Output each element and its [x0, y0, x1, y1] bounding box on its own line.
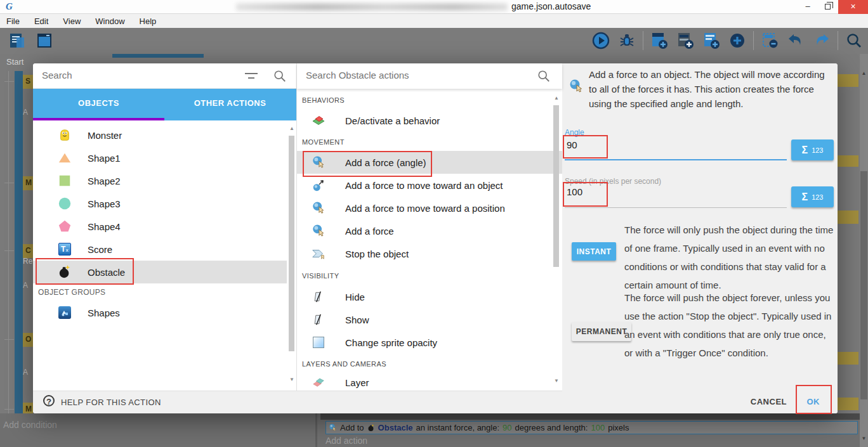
- object-search-input[interactable]: [42, 70, 232, 81]
- gdevelop-logo-icon: G: [6, 1, 13, 12]
- close-button[interactable]: ×: [838, 0, 868, 14]
- event-comment-bar: C: [23, 244, 33, 258]
- scrollbar-thumb[interactable]: [860, 171, 867, 399]
- action-label: Change sprite opacity: [345, 337, 437, 348]
- object-row-monster[interactable]: Monster: [33, 124, 287, 146]
- tab-other-actions[interactable]: OTHER ACTIONS: [164, 89, 296, 120]
- action-label: Add a force to move toward an object: [345, 180, 503, 191]
- group-row-shapes[interactable]: Shapes: [33, 301, 287, 324]
- minimize-button[interactable]: –: [798, 0, 817, 14]
- action-row-force-toward-position[interactable]: Add a force to move toward a position: [297, 197, 573, 219]
- action-row-add-force-angle[interactable]: Add a force (angle): [297, 151, 573, 174]
- scroll-up-icon[interactable]: ▲: [287, 126, 296, 131]
- object-search-row: [33, 63, 296, 89]
- speed-label: Speed (in pixels per second): [565, 177, 661, 186]
- action-row-layer[interactable]: Layer: [297, 374, 573, 391]
- action-row-angle: 90: [503, 423, 511, 432]
- permanent-button[interactable]: PERMANENT: [572, 322, 631, 341]
- ok-button[interactable]: OK: [807, 397, 820, 406]
- bomb-icon: [57, 265, 72, 279]
- permanent-description: The force will push the object forever, …: [624, 288, 834, 362]
- add-condition-placeholder[interactable]: Add condition: [3, 420, 57, 430]
- scroll-down-icon[interactable]: ▼: [552, 378, 561, 384]
- maximize-button[interactable]: [819, 0, 838, 14]
- add-external-events-icon[interactable]: [675, 30, 695, 51]
- play-icon[interactable]: [591, 30, 611, 51]
- project-manager-icon[interactable]: [8, 30, 28, 51]
- speed-input[interactable]: [567, 186, 694, 197]
- toolbar-separator: [753, 31, 754, 50]
- search-icon[interactable]: [273, 69, 287, 83]
- scrollbar-thumb[interactable]: [553, 105, 559, 267]
- instant-button[interactable]: INSTANT: [572, 242, 616, 261]
- remove-scene-icon[interactable]: [760, 30, 780, 51]
- menu-view[interactable]: View: [63, 16, 81, 26]
- speed-input-underline: [565, 207, 787, 208]
- object-row-obstacle[interactable]: Obstacle: [33, 261, 287, 283]
- undo-icon[interactable]: [786, 30, 806, 51]
- selected-action-row[interactable]: Add to Obstacle an instant force, angle:…: [326, 421, 858, 434]
- scene-editor-icon[interactable]: [34, 30, 55, 51]
- event-text-fragment: Re: [23, 257, 33, 266]
- search-icon[interactable]: [537, 69, 551, 83]
- object-row-score[interactable]: Tx Score: [33, 238, 287, 261]
- expression-123: 123: [812, 146, 823, 154]
- scroll-down-icon[interactable]: ▼: [860, 436, 868, 441]
- angle-input-underline: [565, 159, 787, 160]
- scroll-down-icon[interactable]: ▼: [287, 377, 296, 382]
- help-icon[interactable]: ?: [43, 395, 55, 406]
- sigma-icon: Σ: [802, 145, 808, 156]
- action-row-stop-object[interactable]: Stop the object: [297, 242, 573, 265]
- object-row-shape2[interactable]: Shape2: [33, 169, 287, 192]
- object-list-scrollbar[interactable]: ▲ ▼: [287, 120, 296, 391]
- object-label: Shape4: [88, 221, 121, 232]
- debug-icon[interactable]: [617, 30, 637, 51]
- action-description: Add a force to an object. The object wil…: [589, 67, 834, 111]
- menu-window[interactable]: Window: [95, 16, 124, 26]
- action-search-input[interactable]: [306, 70, 515, 81]
- add-external-layout-icon[interactable]: [701, 30, 721, 51]
- speed-expression-button[interactable]: Σ 123: [791, 186, 834, 207]
- pentagon-icon: [57, 219, 72, 233]
- cancel-button[interactable]: CANCEL: [751, 397, 787, 406]
- footer-divider: [33, 391, 562, 391]
- toolbar-search-icon[interactable]: [844, 30, 864, 51]
- force-icon: [310, 224, 327, 238]
- object-row-shape1[interactable]: Shape1: [33, 146, 287, 169]
- action-editor-dialog: OBJECTS OTHER ACTIONS Monster Shape1 Sha…: [33, 63, 838, 413]
- restore-icon: [825, 4, 831, 10]
- angle-expression-button[interactable]: Σ 123: [791, 139, 834, 160]
- action-row-change-opacity[interactable]: Change sprite opacity: [297, 331, 573, 354]
- tab-objects[interactable]: OBJECTS: [33, 89, 164, 120]
- redo-icon[interactable]: [812, 30, 832, 51]
- event-comment-bar-right: [838, 352, 858, 365]
- scroll-up-icon[interactable]: ▲: [860, 70, 868, 76]
- action-row-add-force[interactable]: Add a force: [297, 219, 573, 242]
- circle-icon: [57, 197, 72, 211]
- action-row-show[interactable]: Show: [297, 308, 573, 331]
- action-row-force-toward-object[interactable]: Add a force to move toward an object: [297, 174, 573, 197]
- filter-icon[interactable]: [244, 72, 259, 81]
- action-row-deactivate-behavior[interactable]: De/activate a behavior: [297, 109, 573, 132]
- expression-123: 123: [812, 193, 823, 201]
- menu-file[interactable]: File: [6, 16, 20, 26]
- toolbar-separator: [838, 31, 838, 50]
- action-label: Show: [345, 314, 369, 325]
- help-label[interactable]: HELP FOR THIS ACTION: [61, 398, 161, 407]
- scrollbar-thumb[interactable]: [289, 136, 294, 351]
- force-icon: [329, 424, 337, 432]
- action-row-hide[interactable]: Hide: [297, 285, 573, 308]
- menu-help[interactable]: Help: [140, 16, 157, 26]
- add-scene-icon[interactable]: [649, 30, 669, 51]
- action-list-scrollbar[interactable]: ▲ ▼: [552, 91, 561, 391]
- events-tree-line: [8, 71, 9, 418]
- object-row-shape4[interactable]: Shape4: [33, 215, 287, 238]
- add-action-placeholder[interactable]: Add action: [326, 436, 367, 446]
- menu-edit[interactable]: Edit: [34, 16, 48, 26]
- events-scrollbar[interactable]: ▲ ▼: [860, 54, 868, 447]
- hide-icon: [310, 290, 327, 304]
- object-row-shape3[interactable]: Shape3: [33, 192, 287, 215]
- add-object-icon[interactable]: [727, 30, 747, 51]
- scroll-up-icon[interactable]: ▲: [552, 95, 561, 101]
- angle-input[interactable]: [567, 139, 694, 150]
